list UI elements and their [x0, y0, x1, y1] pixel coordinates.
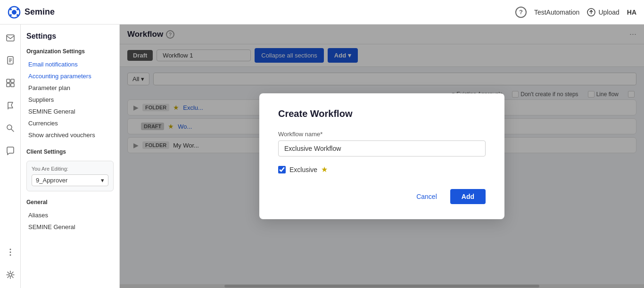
sidebar-item-aliases[interactable]: Aliases [26, 209, 114, 221]
modal-title: Create Workflow [278, 108, 486, 119]
ha-label: HA [627, 8, 636, 16]
help-button[interactable]: ? [515, 7, 527, 18]
editing-label: You Are Editing: [32, 166, 108, 172]
icon-bar [0, 25, 21, 288]
svg-line-18 [11, 129, 14, 132]
svg-point-3 [17, 8, 18, 10]
main-content: Workflow ? ··· Draft Collapse all sectio… [120, 25, 644, 288]
topnav: Semine ? TestAutomation Upload HA [0, 0, 644, 25]
cancel-button[interactable]: Cancel [409, 189, 445, 204]
upload-icon [587, 8, 595, 16]
svg-rect-12 [7, 79, 10, 82]
svg-rect-14 [7, 83, 10, 87]
user-menu[interactable]: TestAutomation [534, 8, 580, 16]
client-select[interactable]: 9_Approver ▾ [32, 174, 108, 186]
create-workflow-modal: Create Workflow Workflow name* Exclusive… [259, 93, 504, 219]
workflow-name-field[interactable] [278, 140, 486, 156]
icon-bar-search[interactable] [3, 121, 18, 136]
user-label: TestAutomation [534, 8, 580, 16]
icon-bar-settings[interactable] [3, 267, 18, 282]
svg-point-19 [9, 249, 11, 250]
sidebar-item-parameter-plan[interactable]: Parameter plan [26, 82, 114, 94]
exclusive-checkbox-row: Exclusive ★ [278, 165, 486, 174]
general-section-label: General [26, 199, 114, 206]
app-name: Semine [25, 7, 55, 17]
sidebar-item-semine-general[interactable]: SEMINE General [26, 106, 114, 117]
logo: Semine [8, 6, 55, 19]
client-select-value: 9_Approver [36, 177, 67, 184]
modal-actions: Cancel Add [278, 189, 486, 204]
exclusive-checkbox[interactable] [278, 166, 286, 173]
sidebar: Settings Organization Settings Email not… [21, 25, 120, 288]
exclusive-star-icon: ★ [321, 165, 328, 174]
svg-rect-13 [11, 79, 14, 82]
main-layout: Settings Organization Settings Email not… [0, 25, 644, 288]
svg-rect-15 [11, 83, 14, 87]
svg-point-20 [9, 252, 11, 253]
svg-point-1 [12, 10, 17, 15]
upload-label: Upload [598, 8, 619, 16]
sidebar-item-email-notifications[interactable]: Email notifications [26, 58, 114, 70]
icon-bar-more[interactable] [3, 245, 18, 260]
svg-rect-7 [7, 35, 14, 41]
svg-point-22 [9, 273, 12, 276]
svg-point-21 [9, 255, 11, 256]
general-section: General Aliases SEMINE General [26, 199, 114, 233]
icon-bar-doc[interactable] [3, 53, 18, 68]
logo-icon [8, 6, 21, 19]
exclusive-label: Exclusive [289, 166, 317, 173]
svg-point-4 [10, 14, 12, 16]
modal-field-label: Workflow name* [278, 131, 486, 138]
sidebar-item-currencies[interactable]: Currencies [26, 117, 114, 129]
sidebar-item-show-archived[interactable]: Show archived vouchers [26, 129, 114, 141]
svg-point-2 [10, 8, 12, 10]
sidebar-item-semine-general-2[interactable]: SEMINE General [26, 221, 114, 233]
icon-bar-mail[interactable] [3, 30, 18, 45]
client-settings-label: Client Settings [26, 148, 114, 155]
icon-bar-grid[interactable] [3, 75, 18, 91]
svg-point-5 [17, 14, 18, 16]
topnav-right: ? TestAutomation Upload HA [515, 7, 636, 18]
chevron-down-icon: ▾ [101, 177, 104, 184]
upload-button[interactable]: Upload [587, 8, 619, 16]
sidebar-title: Settings [26, 32, 114, 41]
modal-overlay: Create Workflow Workflow name* Exclusive… [120, 25, 644, 288]
modal-add-button[interactable]: Add [450, 189, 486, 204]
icon-bar-flag[interactable] [3, 98, 18, 113]
icon-bar-chat[interactable] [3, 143, 18, 158]
sidebar-item-accounting-parameters[interactable]: Accounting parameters [26, 70, 114, 82]
client-settings-box: You Are Editing: 9_Approver ▾ [26, 161, 114, 191]
sidebar-item-suppliers[interactable]: Suppliers [26, 94, 114, 106]
org-settings-label: Organization Settings [26, 48, 114, 55]
